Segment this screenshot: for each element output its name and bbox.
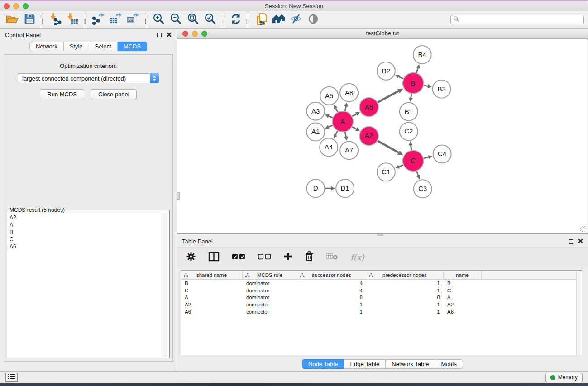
edge-A-A6[interactable] <box>352 114 356 116</box>
mcds-result-list[interactable]: A2ABCA6 <box>8 213 162 357</box>
edge-B-B2[interactable] <box>399 77 403 79</box>
mcds-result-item[interactable]: A <box>10 221 160 229</box>
table-cell[interactable]: B <box>181 281 243 286</box>
unselect-all-button[interactable] <box>258 253 271 262</box>
table-cell[interactable]: A <box>181 295 243 300</box>
network-close-button[interactable] <box>182 31 188 37</box>
zoom-fit-button[interactable] <box>184 13 201 27</box>
zoom-out-button[interactable] <box>167 13 184 27</box>
edge-C-C4[interactable] <box>424 157 428 158</box>
table-cell[interactable]: 4 <box>297 288 366 293</box>
column-header-MCDS-role[interactable]: MCDS role <box>243 271 297 279</box>
memory-button[interactable]: Memory <box>545 373 583 382</box>
table-cell[interactable]: dominator <box>243 281 297 286</box>
edge-A-A1[interactable] <box>329 125 333 127</box>
table-cell[interactable]: dominator <box>243 295 297 300</box>
table-row[interactable]: Bdominator41B <box>181 280 576 287</box>
edge-C-C3[interactable] <box>416 171 418 176</box>
column-header-name[interactable]: name <box>444 271 482 279</box>
table-row[interactable]: Cdominator41C <box>181 287 576 294</box>
edge-B-B1[interactable] <box>411 94 411 98</box>
table-cell[interactable]: 1 <box>297 302 366 307</box>
hide-details-button[interactable] <box>287 13 305 27</box>
minimize-window-button[interactable] <box>13 3 19 9</box>
table-cell[interactable]: 1 <box>366 281 444 286</box>
float-panel-icon[interactable] <box>157 33 162 37</box>
tab-mcds[interactable]: MCDS <box>118 42 147 51</box>
birds-eye-button[interactable] <box>305 13 322 27</box>
edge-C-C2[interactable] <box>411 145 412 150</box>
search-field[interactable] <box>450 15 584 24</box>
table-row[interactable]: A6connector11A6 <box>181 308 576 315</box>
table-cell[interactable]: 1 <box>366 309 444 315</box>
table-tab-node-table[interactable]: Node Table <box>302 359 344 369</box>
network-canvas[interactable]: B4B2BB3A8A5A6B1A3AA1C2A2A4A7C4CC1C3DD1 <box>177 39 587 233</box>
select-all-button[interactable] <box>232 253 245 262</box>
save-button[interactable] <box>21 13 38 27</box>
table-cell[interactable]: dominator <box>243 288 297 293</box>
edge-A-A2[interactable] <box>352 127 356 129</box>
edge-A2-C[interactable] <box>378 141 398 152</box>
mcds-result-item[interactable]: A2 <box>10 214 160 221</box>
edge-A6-B[interactable] <box>378 91 398 102</box>
table-cell[interactable]: 1 <box>366 288 444 293</box>
table-tab-edge-table[interactable]: Edge Table <box>344 359 386 369</box>
close-panel-button[interactable]: Close panel <box>91 89 137 99</box>
zoom-window-button[interactable] <box>23 3 29 9</box>
mcds-result-item[interactable]: B <box>10 229 160 236</box>
edge-A-A5[interactable] <box>336 108 338 112</box>
search-input[interactable] <box>459 17 583 23</box>
table-cell[interactable]: 1 <box>366 302 444 307</box>
table-cell[interactable]: A6 <box>181 309 243 315</box>
table-cell[interactable]: 4 <box>297 281 366 286</box>
table-cell[interactable]: C <box>181 288 243 293</box>
table-cell[interactable]: 1 <box>297 309 366 315</box>
edge-B-B3[interactable] <box>424 86 428 86</box>
table-cell[interactable]: 0 <box>366 295 444 300</box>
edge-B-B4[interactable] <box>416 68 418 73</box>
tab-select[interactable]: Select <box>89 42 118 51</box>
home-network-button[interactable] <box>270 13 287 27</box>
network-graph[interactable]: B4B2BB3A8A5A6B1A3AA1C2A2A4A7C4CC1C3DD1 <box>177 39 587 233</box>
edge-A-A3[interactable] <box>329 116 333 118</box>
edge-A-A7[interactable] <box>345 132 346 137</box>
open-folder-button[interactable] <box>4 13 21 27</box>
run-mcds-button[interactable]: Run MCDS <box>40 89 84 99</box>
table-cell[interactable]: C <box>444 288 482 293</box>
export-table-button[interactable] <box>107 13 124 27</box>
refresh-button[interactable] <box>227 13 244 27</box>
table-tab-motifs[interactable]: Motifs <box>435 359 463 369</box>
table-cell[interactable]: A2 <box>181 302 243 307</box>
mcds-result-scrollbar[interactable] <box>163 213 169 357</box>
export-image-button[interactable] <box>124 13 141 27</box>
tab-style[interactable]: Style <box>64 42 89 51</box>
edge-C-C1[interactable] <box>399 165 403 167</box>
float-table-panel-icon[interactable] <box>569 239 573 244</box>
vertical-splitter-handle[interactable] <box>177 192 180 200</box>
column-header-shared-name[interactable]: shared name <box>181 271 243 279</box>
session-doc-button[interactable] <box>253 13 270 27</box>
table-row[interactable]: Adominator80A <box>181 294 576 301</box>
edge-A-A4[interactable] <box>335 131 338 135</box>
zoom-in-button[interactable] <box>150 13 167 27</box>
close-table-panel-icon[interactable] <box>578 238 583 245</box>
gear-button[interactable] <box>186 252 196 263</box>
table-tab-network-table[interactable]: Network Table <box>386 359 435 369</box>
criterion-select[interactable]: largest connected component (directed) <box>18 73 159 83</box>
close-window-button[interactable] <box>4 3 10 9</box>
network-zoom-button[interactable] <box>201 31 207 37</box>
table-cell[interactable]: A2 <box>444 302 482 307</box>
window-resize-grip[interactable] <box>580 226 586 232</box>
mcds-result-item[interactable]: C <box>10 236 160 243</box>
tab-network[interactable]: Network <box>29 42 64 51</box>
zoom-selected-button[interactable] <box>201 13 219 27</box>
edge-A-A8[interactable] <box>345 106 346 111</box>
add-row-button[interactable] <box>283 252 292 263</box>
table-row[interactable]: A2connector11A2 <box>181 301 576 308</box>
export-network-button[interactable] <box>90 13 107 27</box>
import-table-button[interactable] <box>64 13 81 27</box>
table-cell[interactable]: A6 <box>444 309 482 315</box>
column-header-successor-nodes[interactable]: successor nodes <box>297 271 366 279</box>
table-cell[interactable]: B <box>444 281 482 286</box>
table-scrollbar[interactable] <box>576 271 582 355</box>
